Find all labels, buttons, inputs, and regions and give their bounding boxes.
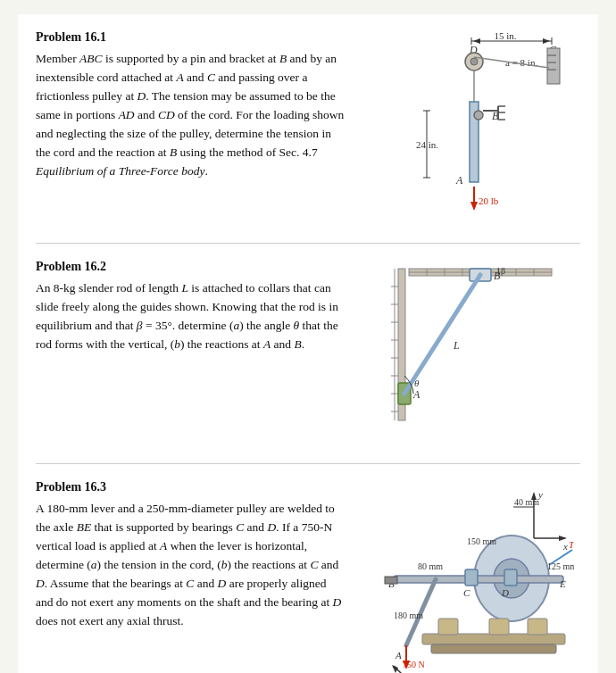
svg-rect-93: [431, 644, 556, 653]
svg-text:180 mm: 180 mm: [394, 611, 423, 620]
svg-rect-92: [422, 634, 565, 644]
svg-rect-72: [385, 577, 397, 584]
problem-16-3-section: Problem 16.3 A 180-mm lever and a 250-mm…: [36, 480, 580, 673]
svg-line-57: [404, 275, 480, 394]
problem-16-2-section: Problem 16.2 An 8-kg slender rod of leng…: [36, 260, 580, 438]
svg-text:80 mm: 80 mm: [418, 561, 443, 571]
svg-text:E: E: [559, 578, 566, 589]
svg-text:D: D: [501, 587, 509, 598]
problem-16-2-body: An 8-kg slender rod of length L is attac…: [36, 279, 346, 354]
svg-text:A: A: [395, 650, 402, 661]
svg-text:C: C: [463, 587, 470, 598]
svg-rect-76: [504, 569, 517, 586]
svg-rect-96: [528, 619, 547, 635]
problem-16-1-section: Problem 16.1 Member ABC is supported by …: [36, 30, 580, 218]
figure-16-3-svg: y x 40 mm B: [369, 480, 574, 673]
svg-rect-70: [394, 576, 563, 583]
svg-rect-10: [547, 48, 560, 84]
svg-text:T: T: [569, 539, 574, 550]
problem-16-3-body: A 180-mm lever and a 250-mm-diameter pul…: [36, 500, 346, 630]
svg-text:x: x: [562, 541, 568, 552]
svg-text:24 in.: 24 in.: [416, 139, 438, 150]
problem-16-3-text: Problem 16.3 A 180-mm lever and a 250-mm…: [36, 480, 354, 673]
svg-text:40 mm: 40 mm: [514, 497, 539, 507]
figure-16-1-svg: 15 in. D C a: [373, 30, 570, 218]
svg-marker-30: [470, 202, 478, 211]
figure-16-2-svg: B 1β A θ L: [382, 260, 561, 438]
svg-rect-95: [489, 619, 509, 635]
problem-16-1-title: Problem 16.1: [36, 30, 346, 45]
svg-text:750 N: 750 N: [403, 660, 425, 669]
svg-text:θ: θ: [414, 378, 420, 388]
svg-text:A: A: [455, 174, 463, 187]
divider-1: [36, 243, 580, 244]
svg-text:A: A: [412, 388, 420, 401]
page: Problem 16.1 Member ABC is supported by …: [18, 14, 598, 673]
problem-16-1-figure: 15 in. D C a: [362, 30, 580, 218]
svg-point-9: [470, 58, 478, 65]
svg-text:15 in.: 15 in.: [494, 30, 516, 41]
problem-16-2-title: Problem 16.2: [36, 260, 346, 274]
svg-point-22: [474, 111, 483, 120]
svg-rect-74: [465, 569, 478, 586]
svg-rect-94: [438, 619, 458, 635]
divider-2: [36, 463, 580, 464]
problem-16-3-title: Problem 16.3: [36, 480, 346, 494]
svg-text:L: L: [453, 339, 460, 352]
problem-16-1-text: Problem 16.1 Member ABC is supported by …: [36, 30, 354, 218]
svg-text:20 lb: 20 lb: [479, 195, 499, 206]
problem-16-1-body: Member ABC is supported by a pin and bra…: [36, 50, 346, 180]
svg-text:1β: 1β: [496, 266, 505, 276]
svg-text:125 mm: 125 mm: [547, 561, 574, 571]
svg-text:150 mm: 150 mm: [467, 536, 496, 546]
problem-16-3-figure: y x 40 mm B: [362, 480, 580, 673]
problem-16-2-text: Problem 16.2 An 8-kg slender rod of leng…: [36, 260, 354, 438]
problem-16-2-figure: B 1β A θ L: [362, 260, 580, 438]
